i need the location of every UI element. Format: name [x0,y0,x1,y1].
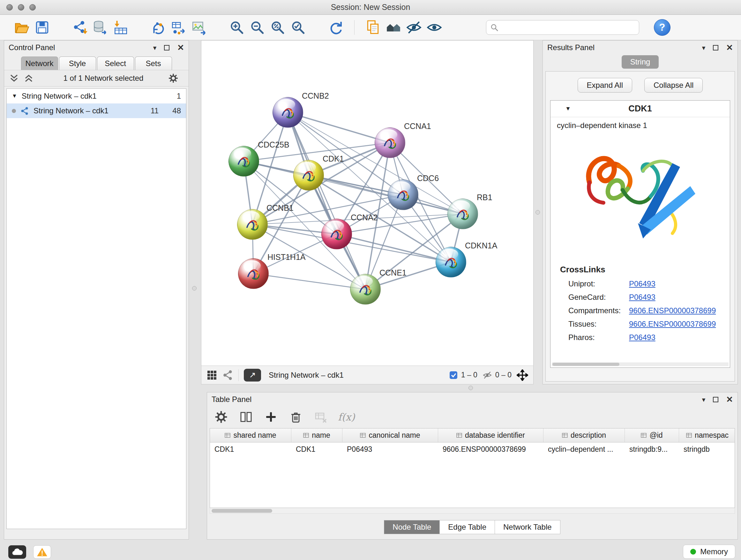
panel-close-icon[interactable]: ✕ [726,395,733,403]
column-header-namespac[interactable]: namespac [679,428,735,442]
import-table-button[interactable] [111,17,131,37]
import-network-database-button[interactable] [90,17,111,37]
table-hscrollbar-thumb[interactable] [212,509,272,513]
panel-menu-icon[interactable]: ▾ [702,44,705,51]
column-header-description[interactable]: description [543,428,625,442]
tab-select[interactable]: Select [97,57,134,70]
expand-all-icon[interactable] [24,73,33,83]
tab-style[interactable]: Style [59,57,96,70]
hide-selected-button[interactable] [404,17,424,37]
cloud-services-button[interactable] [8,545,26,559]
tab-string[interactable]: String [622,55,659,69]
splitter-handle[interactable] [536,210,540,214]
splitter-handle[interactable] [468,386,473,390]
function-builder-button[interactable]: f(x) [338,411,355,423]
panel-menu-icon[interactable]: ▾ [153,44,157,51]
panel-close-icon[interactable]: ✕ [726,44,733,52]
network-canvas[interactable]: CCNB2 CCNA1 CDC25B CDK1 CDC6 RB1 CCNB1 [201,41,533,366]
tab-network[interactable]: Network [21,57,58,70]
tab-edge-table[interactable]: Edge Table [440,520,495,534]
node-ccna1[interactable] [375,127,405,158]
delete-column-button[interactable] [288,409,304,425]
edge-hist1h1a-ccne1[interactable] [253,273,365,289]
warnings-button[interactable] [33,545,51,559]
delete-table-button-disabled[interactable] [313,409,328,425]
panel-float-icon[interactable] [713,45,718,51]
help-button[interactable]: ? [654,19,670,36]
selected-checkbox-icon[interactable] [449,371,458,380]
open-session-button[interactable] [11,17,32,37]
collapse-all-icon[interactable] [9,73,19,83]
tab-node-table[interactable]: Node Table [384,520,440,534]
card-scrollbar-track[interactable] [552,362,729,366]
node-cdc6[interactable] [388,179,418,210]
edge-ccnb2-ccne1[interactable] [288,112,365,289]
search-input[interactable] [502,23,635,32]
expand-all-button[interactable]: Expand All [578,78,632,92]
card-scrollbar-thumb[interactable] [552,363,619,366]
open-in-new-window-button[interactable]: ↗ [244,369,261,381]
network-collection-row[interactable]: ▼ String Network – cdk1 1 [7,89,186,104]
collapse-all-button[interactable]: Collapse All [644,78,703,92]
zoom-selected-button[interactable] [288,17,308,37]
crosshair-icon[interactable] [517,369,528,381]
grid-view-icon[interactable] [206,370,217,381]
memory-button[interactable]: Memory [683,545,735,559]
node-ccne1[interactable] [350,274,381,305]
node-ccna2[interactable] [321,219,352,249]
save-session-button[interactable] [32,17,52,37]
edge-ccnb2-ccna1[interactable] [288,112,390,143]
export-image-button[interactable] [189,17,209,37]
node-ccnb1[interactable] [237,209,268,240]
copy-document-button[interactable] [363,17,383,37]
zoom-window-button[interactable] [29,4,36,10]
table-row[interactable]: CDK1CDK1P064939606.ENSP00000378699cyclin… [210,442,735,456]
network-row[interactable]: String Network – cdk1 11 48 [7,104,186,118]
close-window-button[interactable] [6,4,13,10]
column-header-id[interactable]: @id [625,428,679,442]
edge-cdk1-rb1[interactable] [309,175,463,214]
panel-close-icon[interactable]: ✕ [177,44,184,52]
table-settings-button[interactable] [213,409,229,425]
crosslink-link[interactable]: P06493 [629,293,656,302]
tab-network-table[interactable]: Network Table [495,520,560,534]
panel-float-icon[interactable] [164,45,170,51]
table-hscrollbar-track[interactable] [210,508,735,514]
import-network-file-button[interactable] [70,17,90,37]
node-rb1[interactable] [448,199,478,229]
show-all-button[interactable] [424,17,445,37]
show-columns-button[interactable] [239,409,254,425]
gear-icon[interactable] [168,73,179,83]
column-header-database-identifier[interactable]: database identifier [438,428,543,442]
disclosure-triangle-icon[interactable]: ▼ [12,93,17,99]
neighborhood-button[interactable] [383,17,404,37]
tab-sets[interactable]: Sets [135,57,172,70]
zoom-out-button[interactable] [247,17,267,37]
apply-layout-button[interactable] [326,17,346,37]
splitter-handle[interactable] [192,286,197,291]
minimize-window-button[interactable] [18,4,24,10]
crosslink-link[interactable]: 9606.ENSP00000378699 [629,306,716,315]
node-ccnb2[interactable] [273,97,303,128]
network-overview-icon[interactable] [222,370,233,381]
node-cdk1[interactable] [293,160,324,191]
gene-card-header[interactable]: ▼ CDK1 [550,101,730,117]
column-header-name[interactable]: name [291,428,342,442]
column-header-shared-name[interactable]: shared name [210,428,291,442]
crosslink-link[interactable]: P06493 [629,333,656,342]
clone-network-button[interactable] [148,17,169,37]
column-header-canonical-name[interactable]: canonical name [342,428,438,442]
zoom-fit-button[interactable] [267,17,288,37]
disclosure-triangle-icon[interactable]: ▼ [565,105,571,112]
node-hist1h1a[interactable] [238,258,269,289]
panel-menu-icon[interactable]: ▾ [702,396,705,403]
crosslink-link[interactable]: P06493 [629,279,656,288]
node-cdkn1a[interactable] [435,247,466,277]
crosslink-link[interactable]: 9606.ENSP00000378699 [629,320,716,328]
zoom-in-button[interactable] [226,17,247,37]
node-cdc25b[interactable] [228,146,259,177]
hidden-eye-slash-icon[interactable] [482,370,492,380]
add-column-button[interactable] [263,409,279,425]
panel-float-icon[interactable] [713,397,718,402]
network-table-export-button[interactable] [169,17,189,37]
